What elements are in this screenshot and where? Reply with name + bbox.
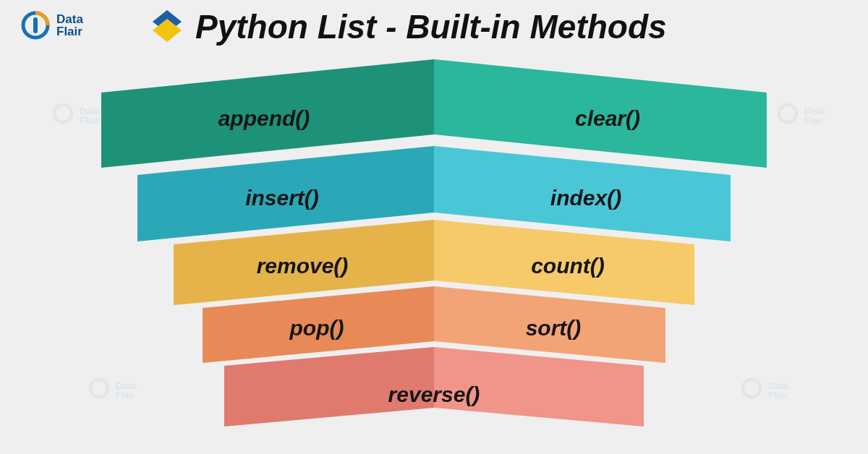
method-label: append() (218, 106, 310, 130)
methods-stack: append() clear() insert() index() re (0, 59, 868, 450)
method-label: remove() (257, 254, 349, 278)
brand-text: Data Flair (56, 13, 83, 38)
brand-logo-icon (20, 10, 51, 40)
method-label: clear() (575, 106, 640, 130)
row-4: reverse() (224, 347, 644, 427)
method-label: pop() (289, 316, 344, 340)
method-label: sort() (526, 316, 582, 340)
method-label: reverse() (388, 382, 480, 406)
svg-rect-1 (33, 17, 38, 33)
title-icon (148, 9, 186, 49)
method-label: index() (550, 186, 621, 210)
page-title: Python List - Built-in Methods (195, 7, 667, 46)
method-label: insert() (245, 186, 319, 210)
brand-logo: Data Flair (20, 10, 83, 40)
diagram-canvas: Data Flair Python List - Built-in Method… (0, 0, 868, 454)
brand-line2: Flair (56, 25, 83, 38)
method-label: count() (531, 254, 605, 278)
brand-line1: Data (56, 13, 83, 25)
